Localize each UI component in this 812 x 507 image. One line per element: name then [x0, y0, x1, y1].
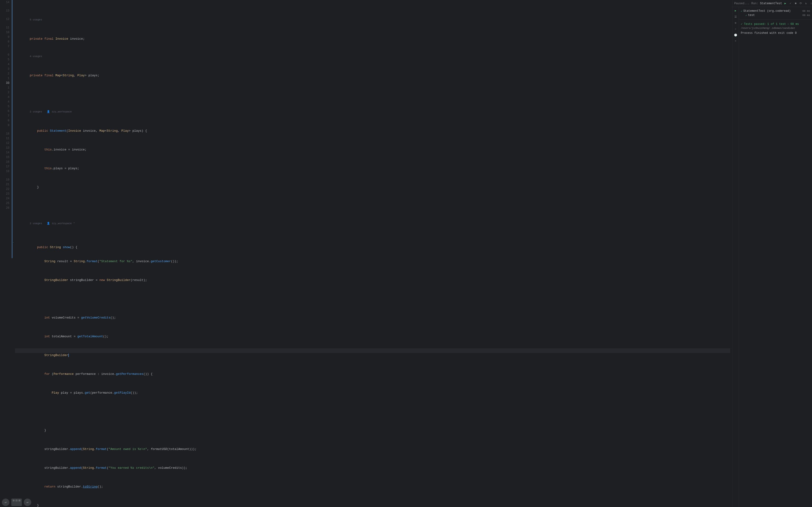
tests-passed-label: Tests passed: [744, 22, 766, 26]
code-content[interactable]: 5 usages private final Invoice invoice; … [13, 0, 732, 507]
code-line-close2: } [15, 424, 730, 428]
ln-13b: 13 [2, 146, 9, 150]
code-line-empty1 [15, 87, 730, 92]
ln-6b: 6 [2, 109, 9, 114]
stop-button[interactable]: ■ [793, 1, 798, 6]
right-panel: Paused... Run: StatementTest ▶ ✓ ■ ⟳ ↻ ↕… [732, 0, 812, 507]
panel-bottom: ✓ Tests passed: 1 of 1 test – 68 ms /Use… [739, 20, 812, 37]
forward-btn[interactable]: ↩ [24, 499, 31, 506]
run-strip-btn[interactable]: ▶ [733, 8, 738, 13]
code-container[interactable]: 14 13 12 11 10 9 8 7 6 5 4 3 2 1 33 1 2 … [0, 0, 732, 507]
code-line-stringbuilder-init: StringBuilder stringBuilder = new String… [15, 273, 730, 278]
code-line-sb-current: StringBuilder [15, 348, 730, 353]
panel-content: ▶ ☰ ⚙ ⇧ 🕑 > ✓ StatementTest (org.coderea… [732, 7, 812, 507]
code-line-this-plays: this.plays = plays; [15, 162, 730, 166]
code-line-result: String result = String.format("Statement… [15, 255, 730, 259]
hint-2usages: 2 usages 👤 zzy_workspace [15, 106, 730, 110]
ln-6: 6 [2, 53, 9, 57]
check-icon-child: ✓ [746, 14, 747, 17]
ln-14: 14 [2, 0, 9, 5]
ln-17: 17 [2, 164, 9, 169]
ln-16: 16 [2, 160, 9, 164]
ln-7b: 7 [2, 114, 9, 118]
kb-bar: ↩ 0⇧S⇧B ↩ [0, 498, 33, 507]
tests-count: 1 of 1 test [767, 22, 786, 26]
ln-3: 3 [2, 67, 9, 71]
ln-23: 23 [2, 191, 9, 196]
tests-passed: ✓ Tests passed: 1 of 1 test – 68 ms [741, 22, 810, 26]
ln-2b: 2 [2, 90, 9, 95]
line-numbers: 14 13 12 11 10 9 8 7 6 5 4 3 2 1 33 1 2 … [0, 0, 11, 507]
file-path: /Users/jinhuisheng/.sdkman/candidat [741, 27, 810, 30]
ln-hint5 [2, 128, 9, 131]
ln-hint1 [2, 5, 9, 8]
settings-strip-btn[interactable]: ⚙ [733, 20, 738, 25]
hint-5usages: 5 usages [15, 14, 730, 18]
editor-area: 14 13 12 11 10 9 8 7 6 5 4 3 2 1 33 1 2 … [0, 0, 732, 507]
ln-13: 13 [2, 8, 9, 13]
sort-button[interactable]: ↕ [809, 1, 812, 6]
code-line-credits: stringBuilder.append(String.format("You … [15, 461, 730, 466]
check-icon-root: ✓ [741, 10, 743, 13]
hint-show: 2 usages 👤 zzy_workspace * [15, 218, 730, 222]
play-button[interactable]: ▶ [783, 1, 788, 6]
ln-25: 25 [2, 201, 9, 206]
code-line-empty3 [15, 292, 730, 297]
code-line-for: for (Performance performance : invoice.g… [15, 367, 730, 372]
gutter-col [11, 0, 13, 507]
root-test-name: StatementTest (org.coderead) [744, 9, 791, 13]
rerun-button[interactable]: ⟳ [798, 1, 803, 6]
code-line-play: Play play = plays.get(performance.getPla… [15, 386, 730, 391]
ln-18b: 18 [2, 169, 9, 174]
paused-label: Paused... [734, 2, 750, 5]
panel-left-strip: ▶ ☰ ⚙ ⇧ 🕑 > [732, 7, 739, 507]
child-test-name: test [748, 14, 755, 17]
tests-time: 68 ms [791, 22, 799, 26]
ln-5b: 5 [2, 104, 9, 109]
clock-strip-btn[interactable]: 🕑 [733, 33, 738, 38]
ln-8: 8 [2, 40, 9, 44]
ln-26: 26 [2, 206, 9, 210]
ln-21: 21 [2, 182, 9, 187]
run-title: StatementTest [760, 2, 782, 5]
divider [739, 19, 812, 19]
ln-9: 9 [2, 35, 9, 40]
code-line-plays: private final Map<String, Play> plays; [15, 68, 730, 73]
run-toolbar-icons: ▶ ✓ ■ ⟳ ↻ ↕ ☰ ⇄ ⚙ [783, 1, 812, 6]
run-label: Run: [751, 2, 758, 5]
ln-33: 33 [2, 81, 9, 86]
rerun-failed-button[interactable]: ↻ [804, 1, 808, 6]
terminal-strip-btn[interactable]: > [733, 39, 738, 44]
ln-8b: 8 [2, 118, 9, 123]
ln-24: 24 [2, 196, 9, 201]
ln-15: 15 [2, 155, 9, 160]
filter-strip-btn[interactable]: ☰ [733, 14, 738, 19]
share-strip-btn[interactable]: ⇧ [733, 26, 738, 32]
code-line-show: ► public String show() { [15, 236, 730, 240]
ln-5: 5 [2, 57, 9, 62]
code-line-constructor: public Statement(Invoice invoice, Map<St… [15, 124, 730, 129]
code-line-close1: } [15, 180, 730, 185]
ln-18: 18 [2, 131, 9, 136]
test-root-item[interactable]: ✓ StatementTest (org.coderead) 68 ms [741, 9, 810, 13]
code-line-totalamount: int totalAmount = getTotalAmount(); [15, 330, 730, 334]
run-toolbar: Paused... Run: StatementTest ▶ ✓ ■ ⟳ ↻ ↕… [732, 0, 812, 7]
code-line-this-invoice: this.invoice = invoice; [15, 143, 730, 148]
code-line-volumecredits: int volumeCredits = getVolumeCredits(); [15, 311, 730, 316]
code-line-close3: } [15, 499, 730, 503]
code-line-return: return stringBuilder.toString(); [15, 480, 730, 485]
test-child-item[interactable]: ✓ test 68 ms [741, 13, 810, 17]
ln-7: 7 [2, 44, 9, 49]
ln-11: 11 [2, 25, 9, 30]
ln-hint2 [2, 13, 9, 17]
ln-hint4 [2, 49, 9, 53]
ln-19: 19 [2, 177, 9, 182]
ln-14b: 14 [2, 150, 9, 155]
blue-gutter [12, 0, 12, 258]
ln-hint3 [2, 21, 9, 25]
debug-button[interactable]: ✓ [788, 1, 793, 6]
ln-hint6 [2, 174, 9, 177]
back-btn[interactable]: ↩ [2, 499, 9, 506]
passed-check-icon: ✓ [741, 22, 743, 26]
test-item[interactable]: ✓ test 68 ms [746, 13, 810, 17]
